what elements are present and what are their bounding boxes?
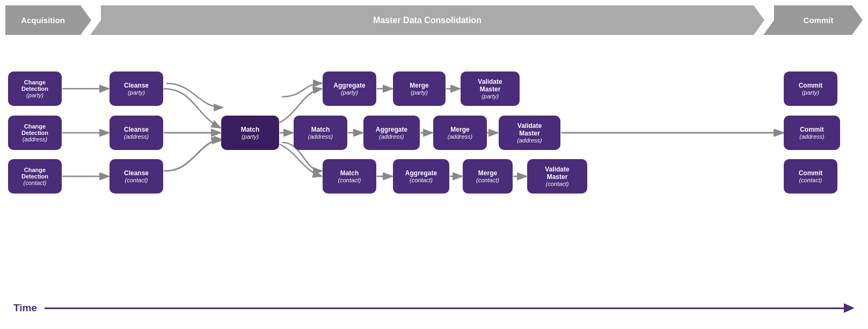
aggregate-address-node: Aggregate (address) xyxy=(363,116,420,150)
master-banner: Master Data Consolidation xyxy=(90,5,764,35)
commit-phase-label: Commit xyxy=(804,16,834,25)
cleanse-party-node: Cleanse (party) xyxy=(110,71,163,106)
aggregate-contact-node: Aggregate (contact) xyxy=(393,159,449,194)
validate-party-node: ValidateMaster (party) xyxy=(461,71,520,106)
commit-phase-banner: Commit xyxy=(763,5,863,35)
aggregate-party-node: Aggregate (party) xyxy=(323,71,376,106)
merge-party-node: Merge (party) xyxy=(393,71,446,106)
cleanse-address-node: Cleanse (address) xyxy=(110,116,163,150)
acquisition-label: Acquisition xyxy=(21,16,65,25)
time-arrow-icon xyxy=(844,303,855,313)
cd-contact-node: ChangeDetection (contact) xyxy=(8,159,62,194)
match-contact-node: Match (contact) xyxy=(323,159,376,194)
merge-contact-node: Merge (contact) xyxy=(463,159,513,194)
time-label: Time xyxy=(13,302,37,314)
merge-address-node: Merge (address) xyxy=(433,116,487,150)
commit-party-node: Commit (party) xyxy=(784,71,837,106)
cleanse-contact-node: Cleanse (contact) xyxy=(110,159,163,194)
master-label: Master Data Consolidation xyxy=(373,16,482,25)
acquisition-banner: Acquisition xyxy=(5,5,91,35)
commit-contact-node: Commit (contact) xyxy=(784,159,837,194)
match-address-node: Match (address) xyxy=(294,116,347,150)
validate-address-node: ValidateMaster (address) xyxy=(499,116,560,150)
cd-address-node: ChangeDetection (address) xyxy=(8,116,62,150)
validate-contact-node: ValidateMaster (contact) xyxy=(527,159,587,194)
match-party-node: Match (party) xyxy=(221,116,279,150)
commit-address-node: Commit (address) xyxy=(784,116,840,150)
cd-party-node: ChangeDetection (party) xyxy=(8,71,62,106)
time-row: Time xyxy=(13,302,855,314)
time-line xyxy=(45,307,844,309)
